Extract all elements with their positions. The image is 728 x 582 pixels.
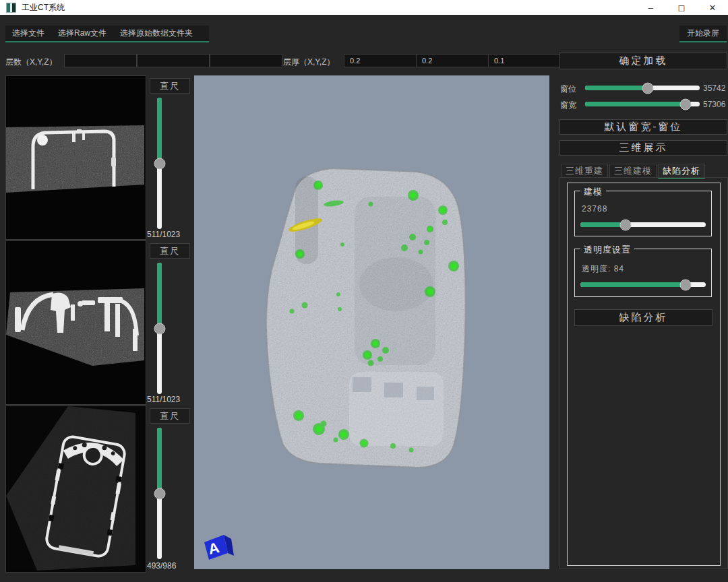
- window-level-label: 窗位: [560, 84, 576, 95]
- scanned-object: [266, 168, 466, 467]
- modeling-slider[interactable]: [580, 222, 706, 227]
- layers-x-input[interactable]: [64, 54, 137, 67]
- modeling-value: 23768: [582, 204, 607, 214]
- slice-view-yz[interactable]: [5, 406, 146, 573]
- window-width-label: 窗宽: [560, 100, 576, 111]
- window-level-slider[interactable]: [585, 86, 700, 90]
- ruler-button-2[interactable]: 直尺: [150, 243, 190, 259]
- slice-slider-handle-3[interactable]: [154, 488, 165, 499]
- slice-slider-panel-1: 直尺 511/1023: [147, 75, 191, 238]
- defect-analysis-panel: [567, 183, 721, 566]
- confirm-load-button[interactable]: 确定加载: [559, 53, 727, 69]
- file-toolbar: 选择文件 选择Raw文件 选择原始数据文件夹: [5, 26, 209, 42]
- 3d-viewport[interactable]: A: [194, 75, 549, 569]
- window-level-value: 35742: [703, 84, 725, 93]
- ruler-button-3[interactable]: 直尺: [150, 408, 190, 424]
- thickness-z-input[interactable]: [488, 54, 561, 67]
- slice-slider-2[interactable]: [157, 263, 162, 394]
- slice-slider-handle-1[interactable]: [154, 158, 165, 169]
- display-3d-button[interactable]: 三维展示: [559, 140, 727, 156]
- thickness-label: 层厚（X,Y,Z）: [283, 57, 334, 68]
- window-width-slider[interactable]: [585, 102, 700, 106]
- modeling-group: 建模: [574, 191, 712, 236]
- close-icon[interactable]: ✕: [697, 0, 728, 15]
- analysis-tabs: 三维重建 三维建模 缺陷分析: [561, 164, 705, 179]
- window-width-handle[interactable]: [679, 98, 691, 110]
- window-controls: – ◻ ✕: [635, 0, 728, 15]
- slice-index-1: 511/1023: [147, 230, 191, 239]
- tab-defect-analysis[interactable]: 缺陷分析: [658, 164, 705, 179]
- slice-slider-panel-3: 直尺 493/986: [147, 406, 191, 571]
- maximize-icon[interactable]: ◻: [666, 0, 697, 15]
- slice-view-xy[interactable]: [5, 75, 146, 240]
- slice-slider-3[interactable]: [157, 428, 162, 559]
- slice-slider-panel-2: 直尺 511/1023: [147, 240, 191, 403]
- app-icon: [6, 3, 16, 13]
- select-file-button[interactable]: 选择文件: [5, 28, 51, 39]
- slice-index-3: 493/986: [147, 561, 191, 571]
- thickness-y-input[interactable]: [416, 54, 489, 67]
- layers-z-input[interactable]: [210, 54, 282, 67]
- slice-index-2: 511/1023: [147, 395, 191, 404]
- tab-3d-modeling[interactable]: 三维建模: [609, 164, 657, 178]
- modeling-slider-handle[interactable]: [619, 219, 631, 230]
- opacity-slider[interactable]: [580, 282, 706, 287]
- layers-y-input[interactable]: [137, 54, 210, 67]
- minimize-icon[interactable]: –: [635, 0, 666, 15]
- slice-slider-handle-2[interactable]: [154, 323, 165, 334]
- modeling-group-title: 建模: [580, 186, 606, 198]
- app-window: 工业CT系统 – ◻ ✕ 选择文件 选择Raw文件 选择原始数据文件夹 开始录屏…: [0, 0, 728, 582]
- ruler-button-1[interactable]: 直尺: [150, 78, 190, 94]
- start-recording-button[interactable]: 开始录屏: [679, 26, 727, 42]
- window-level-handle[interactable]: [642, 82, 653, 94]
- layers-label: 层数（X,Y,Z）: [5, 57, 57, 68]
- run-defect-analysis-button[interactable]: 缺陷分析: [574, 309, 712, 326]
- default-window-button[interactable]: 默认窗宽-窗位: [559, 119, 727, 135]
- tab-3d-reconstruction[interactable]: 三维重建: [561, 164, 608, 178]
- window-width-value: 57306: [703, 100, 725, 109]
- opacity-slider-handle[interactable]: [680, 279, 692, 290]
- window-title: 工业CT系统: [22, 2, 65, 13]
- thickness-x-input[interactable]: [344, 54, 417, 67]
- select-raw-file-button[interactable]: 选择Raw文件: [51, 28, 113, 39]
- opacity-group-title: 透明度设置: [580, 244, 634, 256]
- titlebar: 工业CT系统 – ◻ ✕: [0, 0, 728, 15]
- slice-slider-1[interactable]: [157, 98, 162, 229]
- select-raw-folder-button[interactable]: 选择原始数据文件夹: [113, 28, 200, 39]
- opacity-value-label: 透明度: 84: [582, 263, 624, 275]
- slice-view-xz[interactable]: [5, 240, 146, 405]
